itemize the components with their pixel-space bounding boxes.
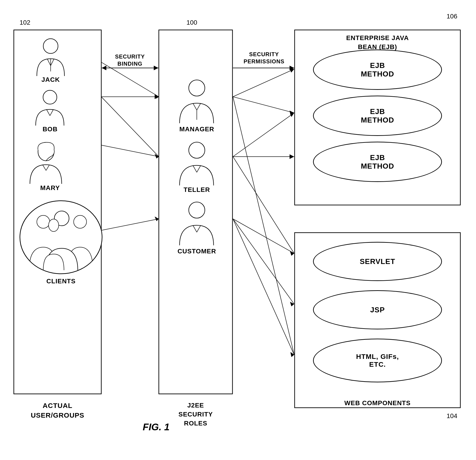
svg-line-27 bbox=[233, 219, 294, 253]
teller-icon bbox=[170, 138, 223, 188]
manager-icon bbox=[170, 76, 223, 125]
svg-marker-12 bbox=[155, 95, 159, 99]
svg-line-15 bbox=[101, 145, 159, 157]
svg-point-51 bbox=[189, 80, 205, 96]
mary-label: MARY bbox=[30, 184, 70, 192]
svg-marker-10 bbox=[155, 94, 159, 99]
mary-icon bbox=[23, 138, 69, 185]
fig-caption: FIG. 1 bbox=[143, 422, 170, 433]
svg-marker-18 bbox=[155, 217, 159, 221]
svg-line-9 bbox=[101, 62, 159, 97]
svg-marker-8 bbox=[289, 66, 294, 70]
jack-icon bbox=[30, 36, 71, 78]
svg-line-13 bbox=[101, 97, 159, 157]
html-ellipse: HTML, GIFs, ETC. bbox=[313, 338, 442, 382]
bob-icon bbox=[30, 87, 70, 128]
customer-icon bbox=[170, 198, 223, 247]
ref-102: 102 bbox=[20, 19, 30, 26]
diagram: 102 100 106 104 ACTUALUSER/GROUPS J2EESE… bbox=[0, 0, 476, 460]
ejb-method-2: EJB METHOD bbox=[313, 95, 442, 136]
svg-marker-28 bbox=[290, 251, 294, 256]
svg-line-33 bbox=[233, 97, 294, 355]
bob-label: BOB bbox=[30, 126, 70, 133]
svg-line-29 bbox=[233, 219, 294, 304]
svg-point-41 bbox=[43, 90, 57, 104]
svg-point-37 bbox=[43, 39, 58, 53]
svg-point-58 bbox=[189, 202, 205, 218]
jsp-ellipse: JSP bbox=[313, 290, 442, 330]
svg-marker-26 bbox=[289, 154, 294, 159]
ejb-method-1: EJB METHOD bbox=[313, 50, 442, 90]
svg-line-17 bbox=[101, 219, 159, 230]
servlet-ellipse: SERVLET bbox=[313, 242, 442, 281]
jack-label: JACK bbox=[30, 76, 71, 83]
svg-point-47 bbox=[37, 215, 50, 228]
web-box-title: WEB COMPONENTS bbox=[295, 399, 460, 408]
svg-line-21 bbox=[233, 97, 294, 113]
customer-label: CUSTOMER bbox=[170, 248, 223, 255]
ejb-method-3: EJB METHOD bbox=[313, 142, 442, 182]
ejb-box-title: ENTERPRISE JAVABEAN (EJB) bbox=[295, 33, 460, 51]
svg-marker-20 bbox=[289, 68, 294, 73]
svg-marker-30 bbox=[290, 302, 294, 306]
svg-point-50 bbox=[49, 219, 59, 232]
svg-line-23 bbox=[233, 113, 294, 157]
svg-point-55 bbox=[189, 142, 205, 158]
svg-marker-24 bbox=[290, 113, 294, 117]
left-box-label: ACTUALUSER/GROUPS bbox=[14, 401, 101, 420]
clients-label: CLIENTS bbox=[20, 278, 102, 285]
svg-marker-22 bbox=[289, 111, 294, 115]
teller-label: TELLER bbox=[170, 186, 223, 193]
clients-icon bbox=[20, 200, 102, 274]
svg-marker-36 bbox=[290, 352, 294, 357]
ref-106: 106 bbox=[447, 13, 457, 20]
svg-marker-16 bbox=[155, 154, 159, 158]
security-permissions-label: SECURITYPERMISSIONS bbox=[233, 51, 295, 65]
svg-line-19 bbox=[233, 69, 294, 97]
ref-100: 100 bbox=[187, 19, 197, 26]
svg-line-31 bbox=[233, 157, 294, 253]
manager-label: MANAGER bbox=[170, 126, 223, 133]
ref-104: 104 bbox=[447, 412, 457, 420]
svg-marker-14 bbox=[155, 154, 159, 158]
svg-marker-34 bbox=[290, 352, 294, 356]
svg-marker-32 bbox=[290, 251, 294, 256]
svg-line-35 bbox=[233, 219, 294, 355]
svg-point-48 bbox=[74, 215, 86, 228]
middle-box-label: J2EESECURITYROLES bbox=[159, 401, 232, 428]
security-binding-label: SECURITYBINDING bbox=[102, 53, 158, 67]
